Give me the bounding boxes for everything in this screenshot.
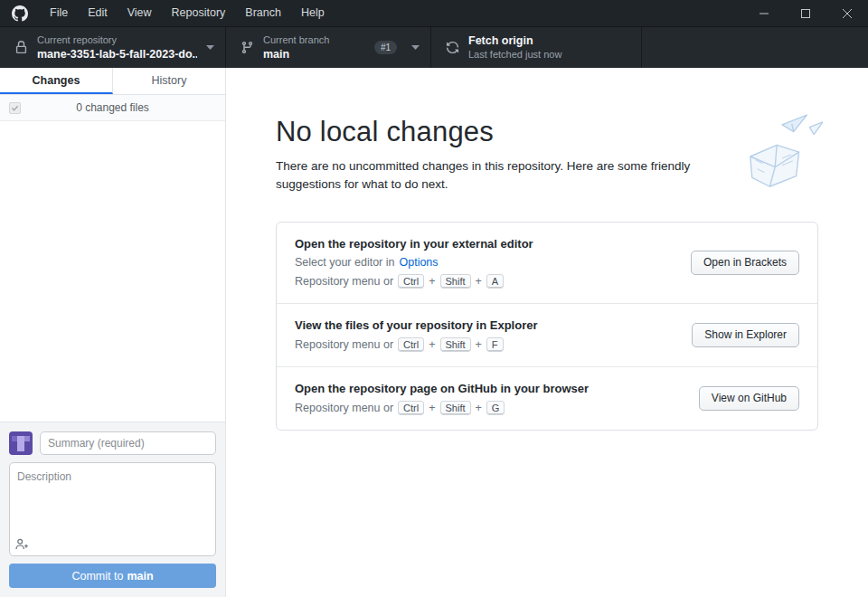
suggestion-title: Open the repository page on GitHub in yo… [295, 382, 589, 395]
titlebar: File Edit View Repository Branch Help [0, 0, 868, 27]
git-branch-icon [241, 41, 254, 54]
fetch-origin-title: Fetch origin [468, 33, 561, 48]
tab-history[interactable]: History [113, 68, 225, 94]
changes-list-empty [0, 121, 225, 422]
suggestion-open-editor: Open the repository in your external edi… [277, 223, 817, 304]
menu-edit[interactable]: Edit [78, 0, 118, 26]
changed-files-row: 0 changed files [0, 95, 225, 121]
menu-help[interactable]: Help [291, 0, 335, 26]
plus-separator: + [429, 275, 435, 288]
fetch-origin-button[interactable]: Fetch origin Last fetched just now [431, 27, 642, 68]
plus-separator: + [429, 402, 435, 414]
key-letter: G [486, 401, 505, 415]
description-input[interactable] [9, 462, 216, 556]
github-desktop-window: File Edit View Repository Branch Help Cu… [0, 0, 868, 597]
key-ctrl: Ctrl [398, 401, 424, 415]
show-in-explorer-button[interactable]: Show in Explorer [692, 323, 799, 347]
suggestion-view-github: Open the repository page on GitHub in yo… [277, 367, 817, 430]
editor-hint-text: Select your editor in [295, 256, 394, 269]
key-ctrl: Ctrl [398, 337, 424, 352]
menu-branch[interactable]: Branch [235, 0, 291, 26]
sync-icon [446, 41, 459, 54]
open-in-brackets-button[interactable]: Open in Brackets [691, 251, 799, 275]
key-letter: A [486, 274, 504, 289]
current-branch-label: Current branch [263, 33, 329, 46]
summary-input[interactable] [40, 431, 216, 455]
options-link[interactable]: Options [399, 256, 438, 269]
commit-button-label: Commit to [71, 570, 123, 583]
maximize-button[interactable] [785, 0, 826, 26]
key-shift: Shift [440, 337, 471, 352]
suggestion-title: View the files of your repository in Exp… [295, 318, 538, 332]
shortcut-hint-text: Repository menu or [295, 338, 393, 351]
main-content: No local changes There are no uncommitte… [226, 68, 868, 597]
key-shift: Shift [440, 401, 471, 415]
lock-icon [14, 41, 28, 54]
select-all-checkbox[interactable] [9, 102, 21, 114]
menu-file[interactable]: File [40, 0, 78, 26]
shortcut-hint-text: Repository menu or [295, 275, 393, 288]
key-shift: Shift [440, 274, 471, 289]
commit-button-branch: main [127, 570, 153, 583]
commit-form: Commit to main [0, 422, 225, 597]
sidebar-tabs: Changes History [0, 68, 225, 95]
chevron-down-icon [411, 45, 420, 50]
current-branch-button[interactable]: Current branch main #1 [226, 27, 431, 68]
suggestion-show-explorer: View the files of your repository in Exp… [277, 304, 817, 367]
add-coauthor-icon[interactable] [15, 538, 29, 550]
sidebar: Changes History 0 changed files [0, 68, 226, 597]
current-repository-name: mane-3351-lab-5-fall-2023-do... [37, 47, 197, 62]
plus-separator: + [429, 338, 435, 351]
tab-changes[interactable]: Changes [0, 68, 113, 94]
toolbar: Current repository mane-3351-lab-5-fall-… [0, 27, 868, 68]
page-subtitle: There are no uncommitted changes in this… [276, 157, 732, 194]
minimize-button[interactable] [743, 0, 785, 26]
pull-request-badge: #1 [374, 41, 397, 54]
current-repository-label: Current repository [37, 33, 197, 46]
window-controls [743, 0, 868, 26]
shortcut-hint-text: Repository menu or [295, 402, 393, 414]
menu-view[interactable]: View [118, 0, 162, 26]
suggestion-title: Open the repository in your external edi… [295, 237, 533, 251]
close-button[interactable] [826, 0, 868, 26]
menu-repository[interactable]: Repository [162, 0, 236, 26]
plus-separator: + [476, 275, 482, 288]
avatar [9, 431, 33, 455]
fetch-origin-subtitle: Last fetched just now [468, 48, 561, 61]
current-branch-name: main [263, 47, 329, 62]
plus-separator: + [476, 338, 482, 351]
key-ctrl: Ctrl [398, 274, 424, 289]
plus-separator: + [476, 402, 482, 414]
suggestions-card: Open the repository in your external edi… [276, 222, 818, 431]
commit-button[interactable]: Commit to main [9, 564, 216, 588]
view-on-github-button[interactable]: View on GitHub [699, 386, 799, 411]
key-letter: F [486, 337, 504, 352]
changed-files-count: 0 changed files [76, 101, 149, 114]
github-logo-icon [12, 5, 28, 22]
paper-plane-illustration [743, 111, 823, 202]
chevron-down-icon [206, 45, 214, 50]
current-repository-button[interactable]: Current repository mane-3351-lab-5-fall-… [0, 27, 226, 68]
